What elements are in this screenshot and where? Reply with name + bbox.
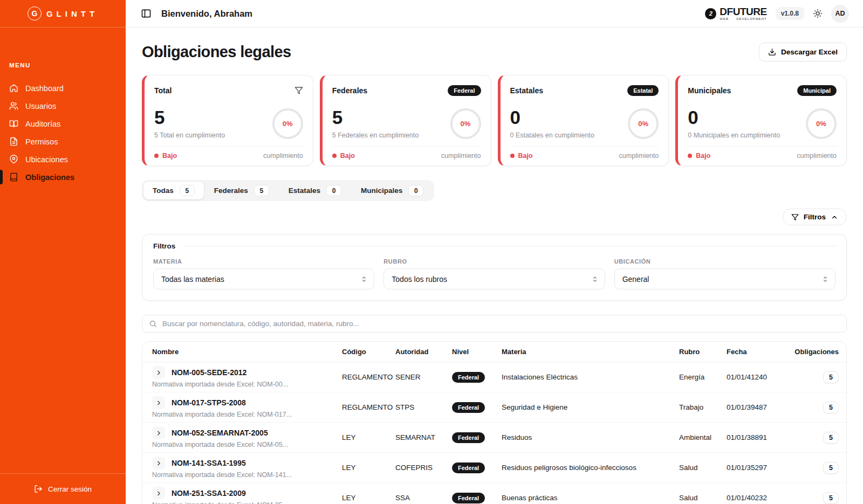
tab-federales[interactable]: Federales 5 (205, 182, 278, 199)
filter-panel: Filtros MATERIA Todas las materias RUBRO (142, 234, 847, 301)
ring-percent: 0% (638, 120, 648, 128)
row-description: Normativa importada desde Excel: NOM-05.… (152, 441, 342, 448)
page-content: Obligaciones legales Descargar Excel Tot… (126, 27, 863, 504)
field-label: MATERIA (153, 258, 374, 265)
card-value: 0 (510, 108, 594, 127)
obligations-table: Nombre Código Autoridad Nivel Materia Ru… (142, 341, 847, 504)
table-row[interactable]: NOM-017-STPS-2008 Normativa importada de… (142, 392, 846, 423)
logout-button[interactable]: Cerrar sesión (0, 473, 126, 504)
app-root: G GLINTT MENU Dashboard Usuarios Auditor… (0, 0, 863, 504)
card-title: Estatales (510, 86, 543, 95)
chevron-up-icon (831, 213, 838, 221)
tab-municipales[interactable]: Municipales 0 (352, 182, 433, 199)
dfuture-wordmark: DFUTURE WEB DEVELOPMENT (720, 6, 766, 20)
card-subtitle: 0 Municipales en cumplimiento (688, 132, 780, 139)
column-header: Rubro (679, 348, 727, 356)
sidebar-item-auditorias[interactable]: Auditorías (0, 115, 126, 133)
search-input[interactable] (162, 320, 840, 328)
sidebar-toggle-button[interactable] (141, 8, 152, 19)
sidebar-item-label: Ubicaciones (25, 155, 68, 164)
tab-label: Estatales (289, 187, 320, 195)
logout-label: Cerrar sesión (48, 485, 92, 493)
sidebar-item-usuarios[interactable]: Usuarios (0, 97, 126, 115)
status-label: Bajo (696, 152, 710, 160)
ubicacion-select[interactable]: General (614, 268, 835, 289)
obligations-count-badge: 5 (823, 371, 839, 383)
home-icon (9, 84, 18, 93)
filter-icon[interactable] (294, 86, 303, 95)
table-row[interactable]: NOM-251-SSA1-2009 Normativa importada de… (142, 483, 846, 504)
user-avatar[interactable]: AD (831, 5, 849, 23)
ring-percent: 0% (283, 120, 293, 128)
ring-percent: 0% (461, 120, 471, 128)
chevron-right-icon (155, 460, 162, 467)
glintt-logo: G GLINTT (28, 6, 98, 20)
page-title: Obligaciones legales (142, 43, 291, 61)
column-header: Materia (502, 348, 679, 356)
download-excel-button[interactable]: Descargar Excel (759, 43, 847, 61)
table-row[interactable]: NOM-005-SEDE-2012 Normativa importada de… (142, 362, 846, 392)
stat-card-federales: Federales Federal 5 5 Federales en cumpl… (320, 75, 491, 166)
select-value: General (622, 275, 649, 284)
file-text-icon (9, 137, 18, 146)
chevrons-up-down-icon (591, 275, 599, 283)
table-row[interactable]: NOM-052-SEMARNAT-2005 Normativa importad… (142, 423, 846, 453)
card-subtitle: 5 Total en cumplimiento (154, 132, 225, 139)
card-title: Federales (332, 86, 367, 95)
column-header: Nivel (452, 348, 502, 356)
compliance-ring: 0% (806, 108, 837, 139)
row-name: NOM-141-SSA1-1995 (172, 459, 246, 467)
dfuture-sublabels: WEB DEVELOPMENT (720, 17, 766, 20)
row-date: 01/01/35297 (727, 464, 786, 472)
sidebar-header: G GLINTT (0, 0, 126, 27)
expand-row-button[interactable] (152, 396, 165, 409)
column-header: Código (342, 348, 395, 356)
brand-name: GLINTT (46, 9, 98, 18)
row-description: Normativa importada desde Excel: NOM-00.… (152, 381, 342, 388)
tab-estatales[interactable]: Estatales 0 (279, 182, 351, 199)
level-badge: Federal (452, 432, 485, 443)
topbar-right: 2 DFUTURE WEB DEVELOPMENT v1.0.8 AD (705, 5, 849, 23)
row-category: Salud (679, 464, 727, 472)
menu-section-label: MENU (0, 62, 126, 68)
expand-row-button[interactable] (152, 366, 165, 379)
filters-toggle-row: Filtros (142, 209, 847, 225)
card-title: Municipales (688, 86, 731, 95)
select-value: Todas las materias (161, 275, 224, 284)
card-subtitle: 0 Estatales en cumplimiento (510, 132, 594, 139)
dfuture-sub-development: DEVELOPMENT (736, 17, 766, 20)
chevron-right-icon (155, 490, 162, 497)
logout-icon (34, 485, 43, 493)
status-note: cumplimiento (619, 152, 659, 160)
row-authority: STPS (395, 403, 452, 411)
compliance-ring: 0% (628, 108, 659, 139)
row-name: NOM-251-SSA1-2009 (172, 489, 246, 498)
row-code: LEY (342, 494, 395, 502)
row-date: 01/01/41240 (727, 373, 786, 381)
card-title: Total (154, 86, 172, 95)
table-row[interactable]: NOM-141-SSA1-1995 Normativa importada de… (142, 453, 846, 483)
expand-row-button[interactable] (152, 457, 165, 470)
filters-toggle-button[interactable]: Filtros (783, 209, 847, 225)
tab-count-badge: 5 (180, 185, 195, 196)
expand-row-button[interactable] (152, 426, 165, 439)
materia-select[interactable]: Todas las materias (153, 268, 374, 289)
row-description: Normativa importada desde Excel: NOM-25.… (152, 501, 342, 504)
sidebar-item-dashboard[interactable]: Dashboard (0, 79, 126, 97)
level-badge: Federal (448, 85, 481, 96)
theme-toggle-button[interactable] (813, 9, 823, 18)
row-authority: SEMARNAT (395, 433, 452, 441)
sidebar-item-ubicaciones[interactable]: Ubicaciones (0, 150, 126, 168)
sidebar-item-obligaciones[interactable]: Obligaciones (0, 168, 126, 186)
obligations-count-badge: 5 (823, 402, 839, 413)
welcome-text: Bienvenido, Abraham (161, 9, 252, 19)
status-badge: Bajo (688, 152, 710, 160)
tab-todas[interactable]: Todas 5 (143, 182, 204, 199)
panel-left-icon (141, 8, 152, 19)
rubro-select[interactable]: Todos los rubros (383, 268, 605, 289)
sidebar-item-permisos[interactable]: Permisos (0, 133, 126, 150)
main-area: Bienvenido, Abraham 2 DFUTURE WEB DEVELO… (126, 0, 863, 504)
row-category: Energía (679, 373, 727, 381)
expand-row-button[interactable] (152, 487, 165, 500)
status-label: Bajo (162, 152, 177, 160)
